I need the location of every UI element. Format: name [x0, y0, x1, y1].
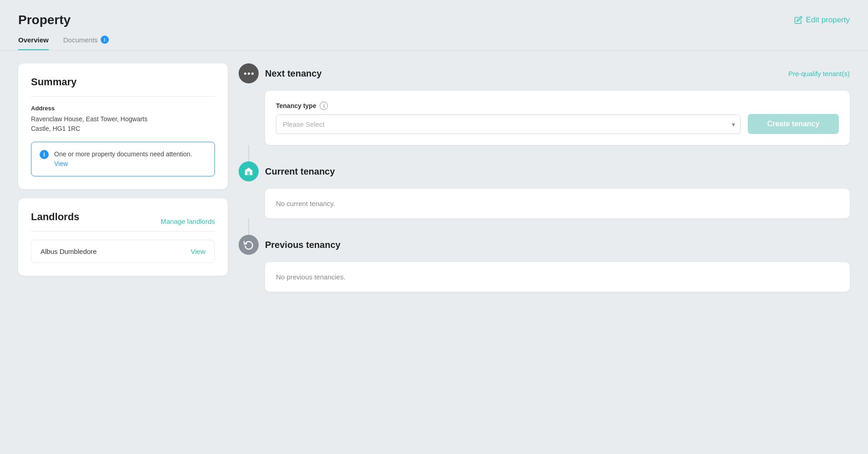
alert-info-icon: i	[40, 150, 49, 159]
home-icon	[244, 166, 254, 176]
create-tenancy-button[interactable]: Create tenancy	[748, 114, 839, 134]
alert-message: One or more property documents need atte…	[54, 150, 206, 169]
pencil-icon	[794, 16, 802, 24]
current-tenancy-icon	[239, 161, 259, 181]
connector-line-2	[248, 218, 249, 235]
page-title: Property	[18, 13, 71, 27]
next-tenancy-header: Next tenancy Pre-qualify tenant(s)	[239, 63, 850, 83]
tenancy-type-row: Tenancy type i Please Select ▾ Create te…	[276, 102, 839, 134]
documents-info-icon: i	[101, 36, 109, 44]
summary-title: Summary	[31, 76, 215, 88]
summary-divider	[31, 96, 215, 97]
landlord-item: Albus Dumbledore View	[31, 240, 215, 263]
next-tenancy-icon	[239, 63, 259, 83]
previous-tenancy-body: No previous tenancies.	[265, 262, 850, 292]
tenancy-type-left: Tenancy type i Please Select ▾	[276, 102, 740, 134]
landlords-divider	[31, 231, 215, 232]
previous-tenancy-title: Previous tenancy	[265, 240, 850, 250]
previous-tenancy-icon	[239, 235, 259, 255]
previous-tenancy-header: Previous tenancy	[239, 235, 850, 255]
pre-qualify-link[interactable]: Pre-qualify tenant(s)	[788, 70, 850, 77]
document-alert-box: i One or more property documents need at…	[31, 142, 215, 176]
history-icon	[244, 240, 254, 250]
tenancy-type-info-icon: i	[320, 102, 328, 110]
manage-landlords-link[interactable]: Manage landlords	[161, 217, 215, 225]
edit-property-button[interactable]: Edit property	[794, 15, 850, 25]
page-header: Property Edit property	[0, 0, 868, 27]
current-tenancy-section: Current tenancy No current tenancy.	[239, 161, 850, 218]
tab-documents[interactable]: Documents i	[63, 36, 109, 50]
summary-card: Summary Address Ravenclaw House, East To…	[18, 63, 228, 189]
address-label: Address	[31, 105, 215, 112]
landlords-title: Landlords	[31, 211, 79, 223]
connector-line-1	[248, 145, 249, 161]
next-tenancy-body: Tenancy type i Please Select ▾ Create te…	[265, 91, 850, 145]
right-column: Next tenancy Pre-qualify tenant(s) Tenan…	[239, 63, 850, 292]
previous-tenancy-section: Previous tenancy No previous tenancies.	[239, 235, 850, 292]
content-area: Summary Address Ravenclaw House, East To…	[0, 51, 868, 304]
dots-icon	[244, 72, 254, 75]
next-tenancy-section: Next tenancy Pre-qualify tenant(s) Tenan…	[239, 63, 850, 145]
landlord-name: Albus Dumbledore	[41, 248, 97, 255]
landlords-header: Landlords Manage landlords	[31, 211, 215, 231]
address-value: Ravenclaw House, East Tower, Hogwarts Ca…	[31, 114, 215, 134]
landlords-card: Landlords Manage landlords Albus Dumbled…	[18, 198, 228, 276]
next-tenancy-title: Next tenancy	[265, 68, 782, 79]
landlord-view-link[interactable]: View	[191, 248, 205, 255]
tenancy-type-label: Tenancy type i	[276, 102, 740, 110]
current-tenancy-body: No current tenancy.	[265, 189, 850, 218]
tenancy-type-select[interactable]: Please Select	[276, 114, 740, 134]
previous-tenancy-empty: No previous tenancies.	[276, 273, 839, 281]
left-column: Summary Address Ravenclaw House, East To…	[18, 63, 228, 276]
current-tenancy-empty: No current tenancy.	[276, 200, 839, 207]
current-tenancy-title: Current tenancy	[265, 166, 850, 177]
alert-view-link[interactable]: View	[54, 160, 68, 167]
tab-overview[interactable]: Overview	[18, 36, 49, 50]
current-tenancy-header: Current tenancy	[239, 161, 850, 181]
tenancy-type-select-wrapper: Please Select ▾	[276, 114, 740, 134]
tab-bar: Overview Documents i	[0, 27, 868, 51]
